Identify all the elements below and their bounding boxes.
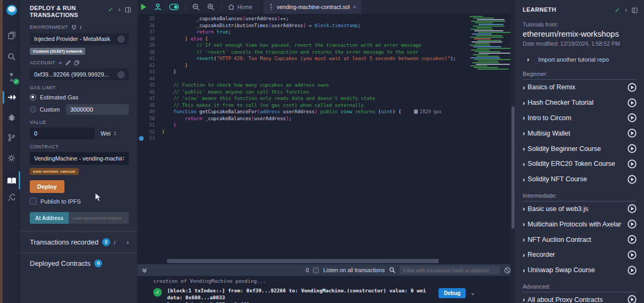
tutorial-play-button[interactable] (628, 129, 637, 138)
deployed-contracts-row[interactable]: Deployed Contracts 0 (20, 253, 137, 274)
panel-expand-icon[interactable]: › (118, 6, 120, 13)
code-line-52[interactable]: 52} (137, 129, 515, 136)
tutorial-item[interactable]: ›Multichain Protocols with Axelar (523, 216, 637, 232)
value-input[interactable] (30, 128, 95, 139)
code-line-41[interactable]: 41 revert("HTTP 429: Too Many Cupcakes (… (137, 55, 515, 62)
environment-select[interactable]: Injected Provider - MetaMask (30, 33, 129, 45)
code-line-51[interactable]: 51 } (137, 122, 515, 129)
code-line-37[interactable]: 37 return true; (137, 29, 515, 36)
tutorial-play-button[interactable] (628, 144, 637, 153)
line-number[interactable]: 46 (137, 89, 162, 96)
learneth-expand-icon[interactable]: › (625, 6, 627, 14)
tutorial-play-button[interactable] (628, 175, 637, 184)
line-number[interactable]: 41 (137, 55, 162, 62)
line-number[interactable]: 47 (137, 95, 162, 102)
transaction-log-row[interactable]: ✓ [block:1 txIndex:-] from: 0xf39...9226… (137, 284, 515, 303)
value-unit-select[interactable]: Wei ▲▼ (97, 128, 120, 139)
code-line-39[interactable]: 39 // If not enough time has passed, rev… (137, 42, 515, 49)
publish-ipfs-checkbox[interactable] (30, 198, 37, 205)
line-number[interactable]: 40 (137, 49, 162, 56)
gas-estimated-radio[interactable] (30, 94, 36, 100)
tutorial-play-button[interactable] (628, 98, 637, 107)
publish-ipfs-option[interactable]: Publish to IPFS (30, 198, 129, 205)
home-tab[interactable]: Home (224, 0, 256, 14)
gas-estimated-option[interactable]: Estimated Gas (30, 94, 129, 100)
debug-button[interactable]: Debug (439, 288, 466, 298)
debugger-icon[interactable] (3, 110, 20, 125)
at-address-button[interactable]: At Address (30, 212, 69, 224)
gas-custom-option[interactable]: Custom (30, 104, 129, 115)
remix-logo-icon[interactable] (3, 2, 20, 20)
account-select[interactable]: 0xf39...92266 (9999.99929... (30, 69, 129, 80)
code-line-50[interactable]: 50 return _cupcakeBalances[userAddress]; (137, 115, 515, 122)
tutorial-item[interactable]: ›Multisig Wallet (523, 125, 637, 141)
learneth-pin-icon[interactable] (632, 7, 638, 13)
ai-copilot-toggle[interactable] (166, 0, 183, 14)
contract-select[interactable]: VendingMachine - vending-machin ▲▼ (30, 152, 129, 165)
tx-expand-icon[interactable]: ⌄ (471, 289, 475, 296)
add-account-icon[interactable]: + (59, 60, 62, 66)
line-number[interactable]: 35 (137, 15, 162, 22)
code-line-43[interactable]: 43 } (137, 69, 515, 75)
tutorial-item[interactable]: ›All about Proxy Contracts (523, 292, 637, 303)
line-number[interactable]: 45 (137, 82, 162, 89)
listen-all-checkbox[interactable] (313, 267, 319, 273)
tutorial-item[interactable]: ›Solidity NFT Course (523, 172, 637, 187)
terminal-log[interactable]: creation of VendingMachine pending... ✓ … (137, 276, 515, 303)
edit-account-icon[interactable] (65, 60, 71, 65)
code-editor[interactable]: 35 _cupcakeBalances[userAddress]++;36 _c… (137, 14, 515, 264)
code-line-42[interactable]: 42 } (137, 62, 515, 69)
transactions-expand-icon[interactable]: › (127, 238, 129, 246)
tutorial-play-button[interactable] (628, 250, 637, 259)
tutorial-item[interactable]: ›Uniswap Swap Course (523, 263, 637, 278)
search-icon[interactable] (3, 49, 20, 65)
line-number[interactable]: 44 (137, 75, 162, 82)
vertical-scrollbar[interactable] (511, 106, 515, 229)
code-line-48[interactable]: 48 // This makes it free to call (no gas… (137, 102, 515, 109)
tutorial-item[interactable]: ›NFT Auction Contract (523, 232, 637, 247)
tutorial-item[interactable]: ›Solidity Beginner Course (523, 141, 637, 156)
line-number[interactable]: 39 (137, 42, 162, 49)
tutorial-play-button[interactable] (628, 113, 637, 122)
environment-info-icon[interactable]: i (80, 24, 82, 30)
transactions-recorded-row[interactable]: Transactions recorded 2 i › (20, 232, 137, 252)
code-line-40[interactable]: 40 // 'revert' cancels the transaction a… (137, 49, 515, 56)
file-explorer-icon[interactable] (3, 28, 20, 44)
import-repo-row[interactable]: › Import another tutorial repo (515, 47, 644, 65)
solidity-compiler-icon[interactable]: ✓ (3, 69, 20, 85)
tutorial-item[interactable]: ›Basics of Remix (523, 80, 637, 95)
copy-account-icon[interactable] (74, 60, 79, 65)
tutorial-item[interactable]: ›Basic use of web3.js (523, 201, 637, 217)
run-script-button[interactable] (137, 0, 150, 14)
tutorial-item[interactable]: ›Hash Checker Tutorial (523, 95, 637, 111)
code-line-45[interactable]: 45 // Function to check how many cupcake… (137, 82, 515, 89)
panel-pin-icon[interactable] (125, 7, 131, 13)
terminal-collapse-icon[interactable] (142, 267, 147, 273)
line-number[interactable]: 43 (137, 69, 162, 75)
code-line-53[interactable]: 53 (137, 135, 515, 142)
code-line-35[interactable]: 35 _cupcakeBalances[userAddress]++; (137, 15, 515, 22)
tutorial-play-button[interactable] (628, 235, 637, 244)
line-number[interactable]: 42 (137, 62, 162, 69)
code-line-36[interactable]: 36 _cupcakeDistributionTimes[userAddress… (137, 22, 515, 29)
deploy-run-icon[interactable] (3, 89, 20, 105)
tutorial-item[interactable]: ›Solidity ERC20 Token Course (523, 156, 637, 172)
breakpoint-dot[interactable] (139, 136, 144, 141)
tutorial-play-button[interactable] (628, 266, 637, 275)
tutorial-play-button[interactable] (628, 159, 637, 169)
editor-minimap[interactable] (468, 15, 513, 73)
tutorial-item[interactable]: ›Intro to Circom (523, 111, 637, 126)
at-address-input[interactable] (69, 212, 129, 224)
terminal-filter-input[interactable] (400, 266, 500, 274)
tutorial-play-button[interactable] (628, 83, 637, 92)
learneth-icon[interactable] (3, 171, 20, 190)
tutorial-play-button[interactable] (628, 220, 637, 229)
code-line-44[interactable]: 44 (137, 75, 515, 82)
plug-icon[interactable] (71, 24, 77, 30)
code-line-46[interactable]: 46 // 'public' means anyone can call thi… (137, 89, 515, 96)
line-number[interactable]: 37 (137, 29, 162, 36)
code-line-49[interactable]: 49 function getCupcakeBalanceFor(address… (137, 108, 515, 115)
line-number[interactable]: 51 (137, 122, 162, 129)
zoom-in-icon[interactable] (203, 0, 218, 14)
tutorial-play-button[interactable] (628, 295, 637, 303)
